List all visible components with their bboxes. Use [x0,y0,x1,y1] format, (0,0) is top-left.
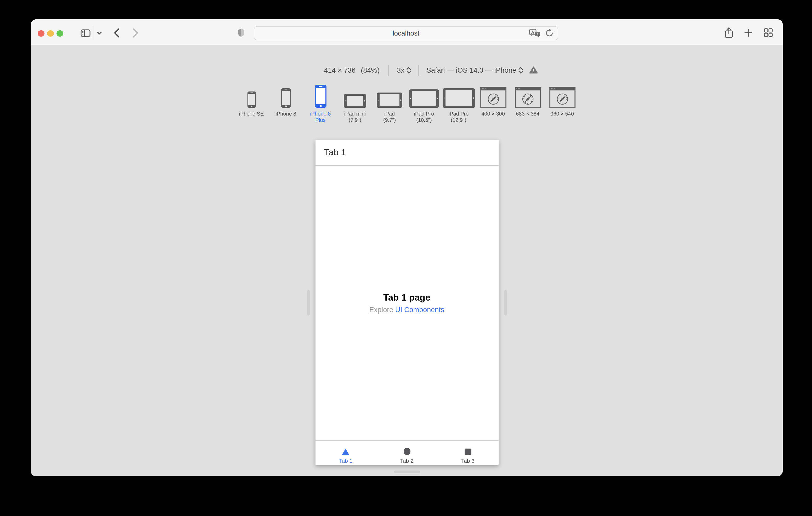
strip-divider [388,65,388,75]
safari-window: localhost A x [31,19,783,476]
grid-icon [764,28,773,37]
resize-handle-left[interactable] [307,290,310,315]
tab-label: Tab 3 [461,457,474,464]
up-down-stepper-icon [519,67,523,73]
device-label: iPhone SE [239,111,264,117]
tab-item-tab-2[interactable]: Tab 2 [376,441,437,465]
pixel-ratio-stepper[interactable]: 3x [397,66,411,74]
screenshot-stage: localhost A x [0,0,812,516]
viewport-size-label: 414 × 736 [324,66,355,74]
tab-square-icon [464,448,471,455]
tab-triangle-icon [342,448,350,455]
toolbar-right-cluster [725,19,773,46]
device-400-300[interactable]: 400 × 300 [476,85,511,123]
phone-device-icon [247,85,256,108]
browser-device-icon [480,85,506,108]
page-subtitle: Explore UI Components [369,306,444,314]
device-label: 400 × 300 [481,111,505,117]
user-agent-label: Safari — iOS 14.0 — iPhone [427,66,516,74]
device-label: iPhone 8Plus [310,111,331,123]
device-label: iPad mini(7.9") [344,111,366,123]
device-iphone-8[interactable]: iPhone 8 [269,85,303,123]
svg-text:x: x [536,31,539,35]
minimize-window-button[interactable] [47,30,54,37]
device-ipad-mini-7-9[interactable]: iPad mini(7.9") [338,85,372,123]
tab-item-tab-3[interactable]: Tab 3 [437,441,498,465]
zoom-window-button[interactable] [57,30,63,37]
strip-divider [418,65,419,75]
shield-icon [237,28,245,37]
sidebar-toggle-button[interactable] [81,29,90,37]
url-text: localhost [393,29,419,37]
device-label: 683 × 384 [516,111,540,117]
plus-icon [745,29,752,37]
resize-handle-right[interactable] [504,290,507,315]
tablet-device-icon [344,85,366,108]
user-agent-selector[interactable]: Safari — iOS 14.0 — iPhone [427,66,523,74]
new-tab-button[interactable] [745,29,752,37]
phone-device-icon [281,85,291,108]
device-label: iPad Pro(12.9") [448,111,469,123]
reload-button[interactable] [545,29,554,37]
device-ipad-9-7[interactable]: iPad(9.7") [372,85,407,123]
forward-button[interactable] [133,28,139,38]
privacy-report-button[interactable] [237,28,245,37]
page-nav-header: Tab 1 [315,140,498,166]
tablet-device-icon [377,85,402,108]
translate-icon: A x [529,29,541,37]
subtitle-text: Explore [369,306,395,314]
page-viewport: Tab 1 Tab 1 page Explore UI Components T… [315,140,498,465]
device-label: iPhone 8 [276,111,296,117]
sidebar-menu-button[interactable] [97,31,102,35]
sidebar-icon [81,29,90,37]
device-row: iPhone SE iPhone 8 iPhone 8Plus iPad min… [31,85,783,123]
translate-button[interactable]: A x [529,29,541,37]
tablet-device-icon [442,85,475,108]
device-960-540[interactable]: 960 × 540 [545,85,579,123]
pixel-ratio-label: 3x [397,66,404,74]
nav-title: Tab 1 [324,147,346,158]
tab-overview-button[interactable] [764,28,773,37]
page-title: Tab 1 page [383,292,430,303]
reload-icon [545,29,554,37]
tab-label: Tab 1 [339,457,352,464]
chevron-right-icon [133,28,139,38]
device-label: 960 × 540 [550,111,574,117]
ui-components-link[interactable]: UI Components [395,306,444,314]
browser-device-icon [549,85,575,108]
tab-label: Tab 2 [400,457,413,464]
close-window-button[interactable] [38,30,44,37]
back-button[interactable] [114,28,120,38]
tab-circle-icon [403,448,410,455]
rdm-status-strip: 414 × 736 (84%) 3x Safari — iOS 14.0 — i… [324,64,538,76]
share-icon [725,27,733,38]
tab-bar: Tab 1Tab 2Tab 3 [315,440,498,465]
phone-device-icon [315,85,326,108]
device-iphone-se[interactable]: iPhone SE [234,85,269,123]
browser-toolbar: localhost A x [31,19,783,46]
tab-item-tab-1[interactable]: Tab 1 [315,441,376,465]
page-body: Tab 1 page Explore UI Components [315,166,498,440]
tablet-device-icon [409,85,439,108]
rdm-content-area: 414 × 736 (84%) 3x Safari — iOS 14.0 — i… [31,47,783,476]
device-683-384[interactable]: 683 × 384 [511,85,545,123]
chevron-left-icon [114,28,120,38]
toolbar-divider [94,26,94,40]
device-iphone-8-plus[interactable]: iPhone 8Plus [303,85,338,123]
console-warning-button[interactable]: ! [529,66,538,74]
device-ipad-pro-10-5[interactable]: iPad Pro(10.5") [407,85,441,123]
device-ipad-pro-12-9[interactable]: iPad Pro(12.9") [441,85,476,123]
preview-wrapper: Tab 1 Tab 1 page Explore UI Components T… [315,140,498,465]
svg-text:!: ! [533,68,534,73]
device-label: iPad Pro(10.5") [414,111,434,123]
address-bar-icons: A x [529,26,554,39]
zoom-percent-label: (84%) [361,66,380,74]
traffic-lights [38,30,63,37]
svg-text:A: A [531,30,534,34]
share-button[interactable] [725,27,733,38]
warning-icon: ! [529,66,538,74]
browser-device-icon [515,85,541,108]
resize-handle-bottom[interactable] [394,471,420,473]
address-bar[interactable]: localhost A x [254,26,558,40]
device-label: iPad(9.7") [383,111,396,123]
